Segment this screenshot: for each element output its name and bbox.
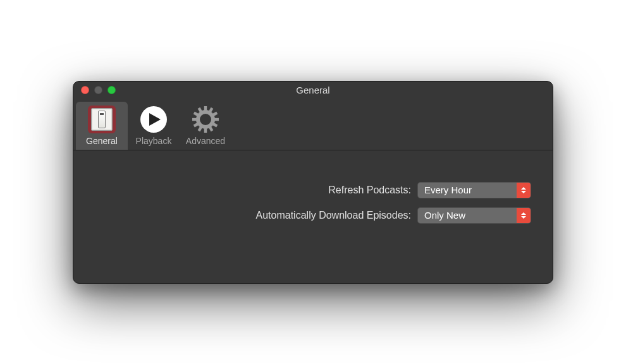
stepper-icon bbox=[517, 208, 531, 223]
general-icon bbox=[88, 104, 116, 135]
zoom-button[interactable] bbox=[107, 86, 116, 94]
playback-icon bbox=[140, 104, 167, 135]
minimize-button[interactable] bbox=[94, 86, 102, 94]
refresh-label: Refresh Podcasts: bbox=[328, 185, 417, 196]
tab-advanced-label: Advanced bbox=[186, 136, 225, 146]
download-select-value: Only New bbox=[418, 210, 517, 221]
window-title: General bbox=[73, 85, 553, 95]
setting-row-download: Automatically Download Episodes: Only Ne… bbox=[95, 207, 531, 224]
tab-playback[interactable]: Playback bbox=[128, 102, 180, 150]
preferences-toolbar: General Playback bbox=[73, 99, 553, 150]
traffic-lights bbox=[73, 86, 116, 94]
download-select[interactable]: Only New bbox=[417, 207, 531, 224]
titlebar[interactable]: General bbox=[73, 82, 553, 99]
preferences-content: Refresh Podcasts: Every Hour Automatical… bbox=[73, 150, 553, 283]
svg-marker-0 bbox=[149, 113, 161, 126]
setting-row-refresh: Refresh Podcasts: Every Hour bbox=[95, 182, 531, 198]
tab-advanced[interactable]: Advanced bbox=[180, 102, 231, 150]
tab-general-label: General bbox=[86, 136, 118, 146]
stepper-icon bbox=[517, 183, 531, 198]
refresh-select[interactable]: Every Hour bbox=[417, 182, 531, 198]
close-button[interactable] bbox=[81, 86, 89, 94]
tab-general[interactable]: General bbox=[76, 102, 128, 150]
preferences-window: General General Playback bbox=[73, 81, 553, 284]
refresh-select-value: Every Hour bbox=[418, 185, 517, 195]
advanced-icon bbox=[192, 104, 219, 135]
download-label: Automatically Download Episodes: bbox=[256, 210, 417, 221]
gear-icon bbox=[192, 106, 219, 133]
tab-playback-label: Playback bbox=[136, 136, 172, 146]
svg-point-14 bbox=[200, 114, 211, 125]
